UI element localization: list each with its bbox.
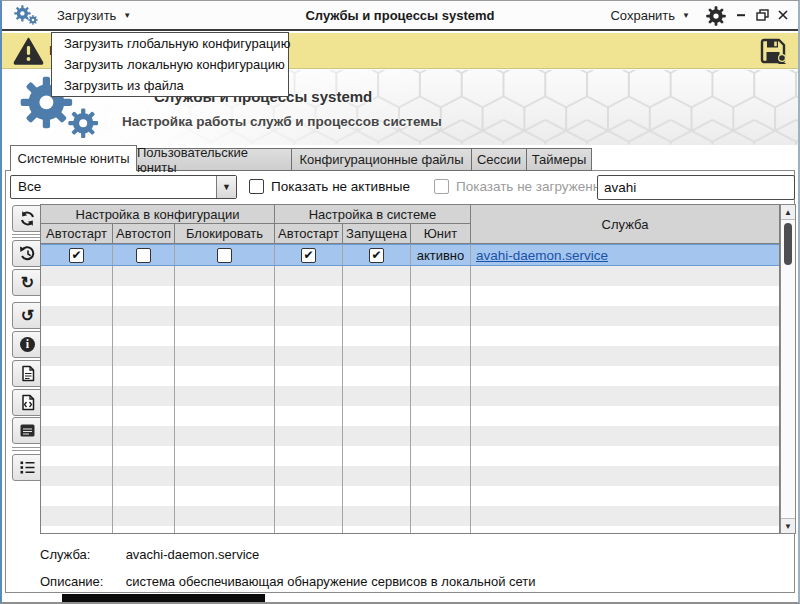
scroll-up-button[interactable]: ▲ [781, 205, 795, 220]
view-source-button[interactable] [12, 389, 43, 416]
table-cell [41, 486, 113, 506]
search-input[interactable] [597, 175, 795, 200]
check-icon: ✔ [371, 249, 381, 261]
combobox-dropdown-button[interactable]: ▼ [216, 176, 236, 198]
table-cell [175, 326, 275, 346]
table-cell [113, 306, 175, 326]
running-checkbox[interactable]: ✔ [369, 248, 384, 263]
autostop-config-checkbox[interactable] [136, 248, 151, 263]
tab-timers[interactable]: Таймеры [527, 148, 592, 171]
table-cell [275, 326, 343, 346]
tab-sessions[interactable]: Сессии [472, 148, 527, 171]
tab-user-units[interactable]: Пользовательские юниты [137, 148, 292, 171]
show-inactive-checkbox-row: Показать не активные [249, 179, 410, 194]
undo-button[interactable]: ↺ [12, 302, 43, 329]
info-button[interactable]: i [12, 331, 43, 358]
autostart-config-checkbox[interactable]: ✔ [69, 248, 84, 263]
table-cell [113, 466, 175, 486]
table-cell [343, 466, 411, 486]
table-row [41, 446, 779, 466]
save-menu-button[interactable]: Сохранить ▼ [610, 1, 690, 29]
table-cell [411, 346, 471, 366]
service-link[interactable]: avahi-daemon.service [476, 248, 608, 263]
service-detail-row: Служба: avachi-daemon.service [40, 547, 259, 562]
autostart-system-checkbox[interactable]: ✔ [301, 248, 316, 263]
table-cell [275, 286, 343, 306]
table-cell [113, 286, 175, 306]
table-cell [343, 346, 411, 366]
maximize-button[interactable] [755, 8, 769, 22]
settings-gear-icon[interactable] [706, 6, 726, 26]
table-cell [175, 245, 275, 265]
column-header-service: Служба [471, 205, 779, 244]
table-cell [113, 266, 175, 286]
table-cell [275, 406, 343, 426]
table-cell [175, 386, 275, 406]
table-cell [175, 346, 275, 366]
tab-config-files[interactable]: Конфигурационные файлы [292, 148, 472, 171]
table-cell [471, 326, 779, 346]
save-menu-label: Сохранить [610, 8, 675, 23]
refresh-button[interactable] [12, 205, 43, 232]
table-cell [471, 526, 779, 533]
table-cell [175, 506, 275, 526]
tab-system-units[interactable]: Системные юниты [10, 145, 137, 171]
close-button[interactable] [776, 8, 790, 22]
table-row [41, 266, 779, 286]
table-cell [471, 306, 779, 326]
table-cell [41, 426, 113, 446]
table-cell [275, 306, 343, 326]
menu-item-load-global-config[interactable]: Загрузить глобальную конфигурацию [52, 33, 288, 54]
vertical-scrollbar[interactable]: ▲ ▼ [780, 204, 796, 534]
column-header-unit: Юнит [411, 224, 471, 244]
table-row [41, 526, 779, 533]
table-row [41, 486, 779, 506]
group-header-config: Настройка в конфигурации [41, 205, 275, 224]
table-cell [275, 526, 343, 533]
table-cell [343, 506, 411, 526]
save-file-icon[interactable] [759, 37, 787, 65]
table-cell [175, 446, 275, 466]
table-cell [275, 506, 343, 526]
table-cell [41, 326, 113, 346]
table-cell [411, 306, 471, 326]
redo-button[interactable]: ↻ [12, 269, 43, 296]
table-cell: ✔ [343, 245, 411, 265]
units-table: Настройка в конфигурации Настройка в сис… [40, 204, 780, 534]
group-header-system: Настройка в системе [275, 205, 471, 224]
view-file-button[interactable] [12, 360, 43, 387]
menu-item-load-local-config[interactable]: Загрузить локальную конфигурацию [52, 54, 288, 75]
table-cell [343, 526, 411, 533]
history-button[interactable] [12, 240, 43, 267]
table-row [41, 506, 779, 526]
console-log-button[interactable] [12, 417, 43, 444]
table-cell [275, 446, 343, 466]
warning-triangle-icon [13, 37, 44, 65]
scrollbar-thumb[interactable] [784, 223, 792, 265]
table-cell [41, 386, 113, 406]
service-detail-value: avachi-daemon.service [126, 547, 260, 562]
table-cell [343, 326, 411, 346]
table-cell [411, 446, 471, 466]
table-row [41, 406, 779, 426]
table-cell [113, 245, 175, 265]
load-dropdown-menu: Загрузить глобальную конфигурацию Загруз… [51, 32, 289, 97]
scroll-down-button[interactable]: ▼ [781, 518, 795, 533]
block-checkbox[interactable] [217, 248, 232, 263]
table-cell [175, 306, 275, 326]
table-cell [175, 286, 275, 306]
unit-list-button[interactable] [12, 454, 43, 481]
show-unloaded-label: Показать не загруженные [456, 179, 617, 194]
history-clock-icon [19, 245, 36, 262]
minimize-button[interactable] [734, 8, 748, 22]
category-combobox[interactable]: Все ▼ [10, 175, 237, 199]
table-cell [275, 346, 343, 366]
chevron-down-icon: ▼ [222, 182, 231, 192]
table-cell [41, 306, 113, 326]
table-row-selected[interactable]: ✔ ✔ ✔ активно avahi-daemon.service [41, 244, 779, 266]
table-cell: ✔ [275, 245, 343, 265]
table-cell [471, 386, 779, 406]
show-inactive-checkbox[interactable] [249, 179, 264, 194]
menu-item-load-from-file[interactable]: Загрузить из файла [52, 75, 288, 96]
column-header-block: Блокировать [175, 224, 275, 244]
